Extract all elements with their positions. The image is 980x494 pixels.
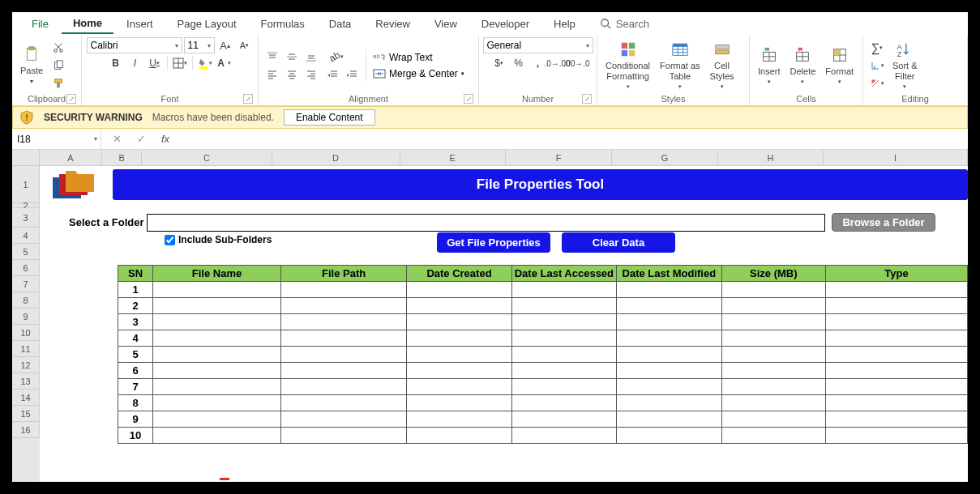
align-middle-button[interactable] (283, 49, 301, 65)
menu-formulas[interactable]: Formulas (250, 15, 316, 33)
table-cell[interactable] (721, 428, 826, 444)
table-cell[interactable] (511, 363, 617, 379)
table-cell[interactable] (153, 379, 281, 395)
table-cell[interactable]: 4 (118, 330, 153, 347)
format-as-table-button[interactable]: Format as Table▾ (657, 38, 704, 92)
row-header[interactable]: 3 (12, 208, 40, 228)
table-cell[interactable] (617, 379, 721, 395)
cut-button[interactable] (49, 40, 67, 56)
align-left-button[interactable] (263, 66, 281, 83)
align-center-button[interactable] (283, 66, 301, 83)
table-cell[interactable]: 6 (118, 363, 153, 379)
row-header[interactable]: 15 (12, 406, 40, 422)
table-cell[interactable] (721, 298, 826, 314)
col-header[interactable]: F (506, 150, 612, 166)
clear-button[interactable]: ▾ (868, 75, 886, 92)
table-cell[interactable] (511, 347, 617, 363)
table-cell[interactable] (280, 411, 407, 428)
name-box[interactable]: I18▾ (12, 129, 101, 149)
col-header[interactable]: A (40, 150, 102, 166)
table-cell[interactable] (617, 282, 721, 298)
select-all-corner[interactable] (12, 150, 40, 166)
col-header[interactable]: C (142, 150, 272, 166)
autosum-button[interactable]: ∑▾ (868, 40, 886, 56)
table-cell[interactable] (280, 298, 407, 314)
table-cell[interactable] (721, 395, 826, 411)
menu-file[interactable]: File (20, 15, 60, 33)
number-format-combo[interactable]: General▾ (483, 37, 593, 53)
table-cell[interactable] (617, 298, 721, 314)
menu-developer[interactable]: Developer (470, 15, 541, 33)
table-cell[interactable] (721, 363, 826, 379)
table-cell[interactable] (407, 298, 511, 314)
table-cell[interactable] (153, 298, 281, 314)
table-cell[interactable]: 3 (118, 314, 153, 330)
table-cell[interactable] (826, 298, 968, 314)
table-cell[interactable] (407, 314, 511, 330)
table-cell[interactable] (826, 363, 968, 379)
table-cell[interactable] (826, 347, 968, 363)
row-header[interactable]: 16 (12, 422, 40, 438)
table-cell[interactable] (280, 314, 407, 330)
table-cell[interactable] (407, 395, 511, 411)
increase-indent-button[interactable] (343, 66, 361, 83)
table-cell[interactable] (511, 379, 617, 395)
table-cell[interactable] (826, 282, 968, 298)
row-header[interactable]: 9 (12, 309, 40, 325)
menu-page-layout[interactable]: Page Layout (166, 15, 248, 33)
align-right-button[interactable] (302, 66, 320, 83)
fill-button[interactable]: ▾ (868, 57, 886, 74)
table-cell[interactable] (511, 298, 617, 314)
folder-path-input[interactable] (147, 214, 825, 232)
row-header[interactable]: 13 (12, 373, 40, 390)
row-header[interactable]: 7 (12, 276, 40, 292)
cell-styles-button[interactable]: Cell Styles▾ (707, 38, 738, 92)
col-header[interactable]: E (400, 150, 506, 166)
enable-content-button[interactable]: Enable Content (284, 109, 375, 126)
table-cell[interactable]: 9 (118, 411, 153, 428)
row-header[interactable]: 10 (12, 325, 40, 341)
table-cell[interactable] (511, 395, 617, 411)
table-cell[interactable] (280, 282, 407, 298)
row-header[interactable]: 12 (12, 357, 40, 373)
decrease-font-button[interactable]: A▾ (236, 37, 254, 53)
search-box[interactable]: Search (600, 18, 649, 30)
enter-formula-button[interactable]: ✓ (131, 133, 152, 145)
table-cell[interactable] (511, 411, 617, 428)
table-cell[interactable] (511, 314, 617, 330)
table-cell[interactable] (826, 428, 968, 444)
table-cell[interactable]: 1 (118, 282, 153, 298)
font-launcher[interactable]: ⤢ (243, 94, 253, 104)
table-cell[interactable] (280, 363, 407, 379)
table-cell[interactable] (721, 330, 826, 347)
delete-cells-button[interactable]: Delete▾ (787, 44, 820, 87)
menu-data[interactable]: Data (318, 15, 362, 33)
currency-button[interactable]: $▾ (490, 55, 508, 71)
table-cell[interactable] (617, 314, 721, 330)
increase-font-button[interactable]: A▴ (216, 37, 234, 53)
table-cell[interactable] (826, 330, 968, 347)
table-cell[interactable] (617, 347, 721, 363)
table-cell[interactable] (826, 314, 968, 330)
col-header[interactable]: B (102, 150, 142, 166)
menu-help[interactable]: Help (542, 15, 587, 33)
table-cell[interactable] (721, 314, 826, 330)
menu-insert[interactable]: Insert (115, 15, 165, 33)
sort-filter-button[interactable]: AZSort & Filter▾ (889, 38, 921, 92)
borders-button[interactable]: ▾ (171, 55, 189, 71)
table-cell[interactable]: 2 (118, 298, 153, 314)
table-cell[interactable] (407, 347, 511, 363)
format-painter-button[interactable] (49, 75, 67, 92)
decrease-indent-button[interactable] (323, 66, 341, 83)
table-cell[interactable] (153, 314, 281, 330)
table-cell[interactable] (617, 428, 721, 444)
table-cell[interactable] (617, 395, 721, 411)
menu-view[interactable]: View (423, 15, 469, 33)
font-name-combo[interactable]: Calibri▾ (87, 37, 182, 53)
table-cell[interactable] (153, 411, 281, 428)
table-cell[interactable] (826, 395, 968, 411)
fx-button[interactable]: fx (155, 133, 176, 145)
table-cell[interactable] (407, 330, 511, 347)
table-cell[interactable] (153, 347, 281, 363)
clear-data-button[interactable]: Clear Data (562, 232, 675, 253)
